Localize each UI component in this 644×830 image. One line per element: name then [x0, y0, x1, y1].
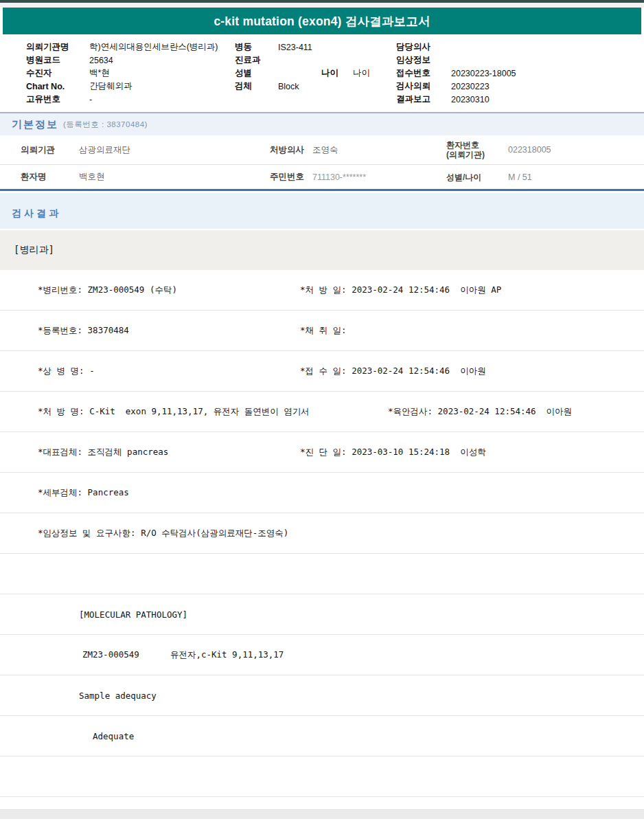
- top-gap: [0, 3, 644, 8]
- patient-info-header: 의뢰기관명 학)연세의대용인세브란스(병리과) 병동 IS23-411 담당의사…: [0, 34, 644, 112]
- result-row: [0, 554, 644, 594]
- result-right: *육안검사: 2023-02-24 12:54:46 이아원: [388, 406, 572, 418]
- field-value: 삼광의료재단: [79, 144, 270, 156]
- section-title: 검사결과: [12, 208, 61, 220]
- field-value: 25634: [89, 56, 235, 65]
- field-label: 고유번호: [26, 93, 89, 105]
- field-value: IS23-411: [278, 43, 321, 52]
- table-row: 의뢰기관 삼광의료재단 처방의사 조영숙 환자번호 (의뢰기관) 0223180…: [0, 135, 644, 164]
- field-label: 환자명: [21, 171, 79, 183]
- field-label: 처방의사: [270, 144, 312, 156]
- report-title-banner: c-kit mutation (exon4) 검사결과보고서: [3, 8, 641, 34]
- result-row: *병리번호: ZM23-000549 (수탁) *처 방 일: 2023-02-…: [0, 270, 644, 311]
- section-title: 기본정보: [12, 118, 58, 131]
- result-right: *처 방 일: 2023-02-24 12:54:46 이아원 AP: [300, 284, 501, 296]
- result-left: *병리번호: ZM23-000549 (수탁): [38, 284, 177, 296]
- basic-info-table: 의뢰기관 삼광의료재단 처방의사 조영숙 환자번호 (의뢰기관) 0223180…: [0, 135, 644, 191]
- field-value: 간담췌외과: [89, 80, 235, 92]
- field-value: 711130-*******: [312, 172, 446, 182]
- field-label: 의뢰기관명: [26, 41, 89, 53]
- field-label: 진료과: [235, 54, 278, 66]
- result-right: *채 취 일:: [300, 325, 347, 337]
- field-label: 환자번호 (의뢰기관): [446, 140, 508, 159]
- field-value: 조영숙: [312, 144, 446, 156]
- department-label: [병리과]: [14, 244, 54, 256]
- result-row: *임상정보 및 요구사항: R/O 수탁검사(삼광의료재단-조영숙): [0, 513, 644, 554]
- field-label: 결과보고: [396, 93, 451, 105]
- field-value: Block: [278, 82, 321, 91]
- result-row: [MOLECULAR PATHOLOGY]: [0, 594, 644, 635]
- result-left: *대표검체: 조직검체 pancreas: [38, 447, 168, 458]
- field-label: 병동: [235, 41, 278, 53]
- field-label: 의뢰기관: [21, 144, 79, 156]
- result-row: *처 방 명: C-Kit exon 9,11,13,17, 유전자 돌연변이 …: [0, 392, 644, 432]
- result-left: Sample adequacy: [79, 691, 157, 701]
- field-label: Chart No.: [26, 82, 89, 91]
- result-row: [0, 756, 644, 797]
- field-label: 임상정보: [396, 54, 451, 66]
- section-basic-info: 기본정보 (등록번호 : 38370484): [0, 112, 644, 135]
- result-rows: *병리번호: ZM23-000549 (수탁) *처 방 일: 2023-02-…: [0, 270, 644, 809]
- field-value: 20230223: [451, 82, 644, 91]
- table-row: 환자명 백호현 주민번호 711130-******* 성별/나이 M / 51: [0, 164, 644, 189]
- field-label: 주민번호: [270, 171, 312, 183]
- field-label: 나이: [321, 67, 353, 79]
- result-row: *등록번호: 38370484 *채 취 일:: [0, 311, 644, 351]
- section-test-results: 검사결과: [0, 193, 644, 229]
- result-left: *세부검체: Pancreas: [38, 487, 129, 499]
- field-label: 성별/나이: [446, 172, 508, 182]
- field-value: 나이: [353, 67, 396, 79]
- patient-header-row: 의뢰기관명 학)연세의대용인세브란스(병리과) 병동 IS23-411 담당의사: [0, 41, 644, 54]
- registration-number: (등록번호 : 38370484): [63, 120, 148, 130]
- result-row: *세부검체: Pancreas: [0, 473, 644, 513]
- department-bar: [병리과]: [0, 230, 644, 270]
- patient-header-row: 고유번호 - 결과보고 20230310: [0, 93, 644, 106]
- result-row: *상 병 명: - *접 수 일: 2023-02-24 12:54:46 이아…: [0, 351, 644, 392]
- field-value: 백*현: [89, 67, 235, 79]
- field-value: 백호현: [79, 171, 270, 183]
- field-value: 20230223-18005: [451, 69, 644, 78]
- result-right: *진 단 일: 2023-03-10 15:24:18 이성학: [300, 447, 486, 458]
- result-row: *대표검체: 조직검체 pancreas *진 단 일: 2023-03-10 …: [0, 432, 644, 473]
- result-row: Sample adequacy: [0, 675, 644, 716]
- result-row: ZM23-000549 유전자,c-Kit 9,11,13,17: [0, 635, 644, 675]
- field-value: 20230310: [451, 95, 644, 104]
- result-left: *임상정보 및 요구사항: R/O 수탁검사(삼광의료재단-조영숙): [38, 528, 288, 539]
- result-left: [MOLECULAR PATHOLOGY]: [79, 609, 187, 620]
- field-label: 수진자: [26, 67, 89, 79]
- footer-bar: [0, 809, 644, 819]
- field-label: 담당의사: [396, 41, 451, 53]
- field-label: 검사의뢰: [396, 80, 451, 92]
- report-title: c-kit mutation (exon4) 검사결과보고서: [214, 13, 430, 30]
- result-left: Adequate: [93, 731, 134, 741]
- patient-header-row: Chart No. 간담췌외과 검체 Block 검사의뢰 20230223: [0, 80, 644, 93]
- result-left: *등록번호: 38370484: [38, 325, 129, 337]
- patient-header-row: 병원코드 25634 진료과 임상정보: [0, 54, 644, 67]
- result-left: ZM23-000549 유전자,c-Kit 9,11,13,17: [82, 649, 284, 661]
- field-label: 접수번호: [396, 67, 451, 79]
- field-value: -: [89, 95, 235, 104]
- field-value: 학)연세의대용인세브란스(병리과): [89, 41, 235, 53]
- result-row: [0, 797, 644, 809]
- result-left: *상 병 명: -: [38, 366, 95, 377]
- field-value: M / 51: [508, 172, 644, 182]
- field-value: 022318005: [508, 145, 644, 155]
- result-left: *처 방 명: C-Kit exon 9,11,13,17, 유전자 돌연변이 …: [38, 406, 310, 418]
- result-row: Adequate: [0, 716, 644, 756]
- field-label: 성별: [235, 67, 278, 79]
- field-label: 병원코드: [26, 54, 89, 66]
- result-right: *접 수 일: 2023-02-24 12:54:46 이아원: [300, 366, 486, 377]
- field-label: 검체: [235, 80, 278, 92]
- patient-header-row: 수진자 백*현 성별 나이 나이 접수번호 20230223-18005: [0, 67, 644, 80]
